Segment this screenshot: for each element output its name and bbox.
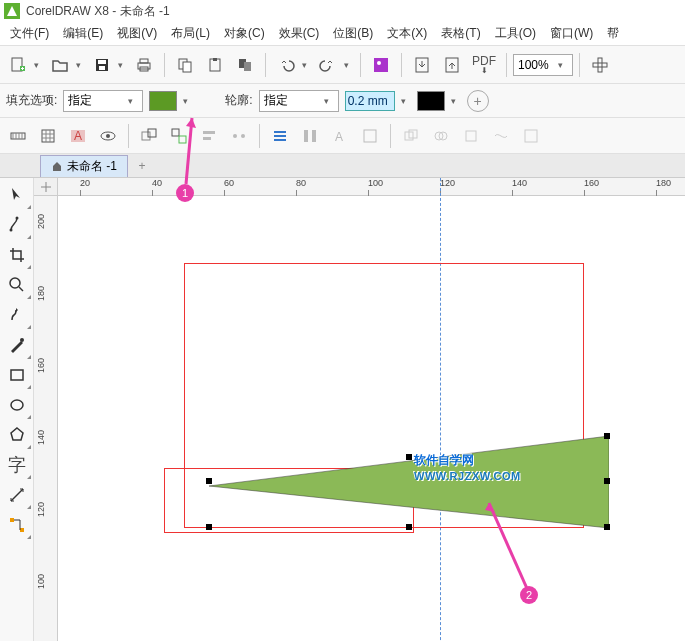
paste-button[interactable] (201, 51, 229, 79)
menu-edit[interactable]: 编辑(E) (57, 23, 109, 44)
rectangle-tool[interactable] (2, 360, 32, 390)
fill-mode-combo[interactable]: 指定 ▾ (63, 90, 143, 112)
grid-icon[interactable] (34, 122, 62, 150)
undo-dropdown[interactable]: ▾ (302, 60, 312, 70)
svg-point-44 (9, 229, 12, 232)
fill-color-swatch[interactable] (149, 91, 177, 111)
outline-color-dropdown[interactable]: ▾ (451, 96, 461, 106)
open-dropdown[interactable]: ▾ (76, 60, 86, 70)
add-preset-button[interactable]: + (467, 90, 489, 112)
wrap-icon[interactable] (356, 122, 384, 150)
cut-button[interactable] (231, 51, 259, 79)
pick-tool[interactable] (2, 180, 32, 210)
chevron-down-icon: ▾ (128, 96, 138, 106)
save-dropdown[interactable]: ▾ (118, 60, 128, 70)
new-button[interactable] (4, 51, 32, 79)
menu-effect[interactable]: 效果(C) (273, 23, 326, 44)
artistic-media-tool[interactable] (2, 330, 32, 360)
weld-icon[interactable] (397, 122, 425, 150)
trim-icon[interactable] (427, 122, 455, 150)
watermark-line1: 软件自学网 (414, 453, 474, 467)
connector-tool[interactable] (2, 510, 32, 540)
open-button[interactable] (46, 51, 74, 79)
menu-help[interactable]: 帮 (601, 23, 625, 44)
combine-icon[interactable] (517, 122, 545, 150)
menu-view[interactable]: 视图(V) (111, 23, 163, 44)
eye-icon[interactable] (94, 122, 122, 150)
import-button[interactable] (408, 51, 436, 79)
intersect-icon[interactable] (457, 122, 485, 150)
parallel-dimension-tool[interactable] (2, 480, 32, 510)
menu-layout[interactable]: 布局(L) (165, 23, 216, 44)
fill-color-dropdown[interactable]: ▾ (183, 96, 193, 106)
outline-size-dropdown[interactable]: ▾ (401, 96, 411, 106)
save-button[interactable] (88, 51, 116, 79)
simplify-icon[interactable] (487, 122, 515, 150)
svg-rect-9 (183, 62, 191, 72)
selection-handle[interactable] (206, 478, 212, 484)
menu-bitmap[interactable]: 位图(B) (327, 23, 379, 44)
menu-window[interactable]: 窗口(W) (544, 23, 599, 44)
add-tab-button[interactable]: + (132, 156, 152, 176)
menu-table[interactable]: 表格(T) (435, 23, 486, 44)
polygon-tool[interactable] (2, 420, 32, 450)
zoom-dropdown-icon: ▾ (558, 60, 568, 70)
shape-tool[interactable] (2, 210, 32, 240)
green-triangle[interactable] (209, 436, 609, 528)
image-adjust-button[interactable] (367, 51, 395, 79)
print-button[interactable] (130, 51, 158, 79)
align-icon[interactable] (195, 122, 223, 150)
document-tab[interactable]: 未命名 -1 (40, 155, 128, 177)
svg-point-15 (377, 61, 381, 65)
text-tool[interactable]: 字 (2, 450, 32, 480)
menu-tools[interactable]: 工具(O) (489, 23, 542, 44)
selection-handle[interactable] (604, 478, 610, 484)
ruler-horizontal[interactable]: 20 40 60 80 100 120 140 160 180 (58, 178, 685, 196)
lines-icon[interactable] (266, 122, 294, 150)
ruler-origin[interactable] (34, 178, 58, 196)
outline-size-input[interactable] (345, 91, 395, 111)
svg-text:A: A (335, 130, 343, 144)
crop-tool[interactable] (2, 240, 32, 270)
separator (360, 53, 361, 77)
text-a-icon[interactable]: A (326, 122, 354, 150)
selection-handle[interactable] (406, 454, 412, 460)
ruler-tick: 160 (584, 178, 599, 188)
group-icon[interactable] (135, 122, 163, 150)
svg-rect-21 (42, 130, 54, 142)
pdf-button[interactable]: PDF⬇ (468, 51, 500, 79)
selection-handle[interactable] (604, 524, 610, 530)
menu-text[interactable]: 文本(X) (381, 23, 433, 44)
separator (506, 53, 507, 77)
dimension-tool-icon[interactable] (4, 122, 32, 150)
selection-handle[interactable] (206, 524, 212, 530)
undo-button[interactable] (272, 51, 300, 79)
svg-rect-6 (140, 59, 148, 63)
columns-icon[interactable] (296, 122, 324, 150)
export-button[interactable] (438, 51, 466, 79)
selection-handle[interactable] (604, 433, 610, 439)
outline-mode-combo[interactable]: 指定 ▾ (259, 90, 339, 112)
menu-object[interactable]: 对象(C) (218, 23, 271, 44)
selection-handle[interactable] (406, 524, 412, 530)
ruler-tick: 100 (368, 178, 383, 188)
ellipse-tool[interactable] (2, 390, 32, 420)
snap-button[interactable] (586, 51, 614, 79)
outline-color-swatch[interactable] (417, 91, 445, 111)
fill-options-label: 填充选项: (6, 92, 57, 109)
outline-label: 轮廓: (225, 92, 252, 109)
ruler-vertical[interactable]: 200 180 160 140 120 100 (34, 196, 58, 641)
redo-button[interactable] (314, 51, 342, 79)
canvas-area[interactable]: 20 40 60 80 100 120 140 160 180 200 180 … (34, 178, 685, 641)
watermark-text: 软件自学网 WWW.RJZXW.COM (414, 444, 521, 482)
zoom-combo[interactable]: 100% ▾ (513, 54, 573, 76)
menu-file[interactable]: 文件(F) (4, 23, 55, 44)
secondary-toolbar: A A (0, 118, 685, 154)
distribute-icon[interactable] (225, 122, 253, 150)
copy-button[interactable] (171, 51, 199, 79)
zoom-tool[interactable] (2, 270, 32, 300)
redo-dropdown[interactable]: ▾ (344, 60, 354, 70)
freehand-tool[interactable] (2, 300, 32, 330)
text-frame-icon[interactable]: A (64, 122, 92, 150)
new-dropdown[interactable]: ▾ (34, 60, 44, 70)
